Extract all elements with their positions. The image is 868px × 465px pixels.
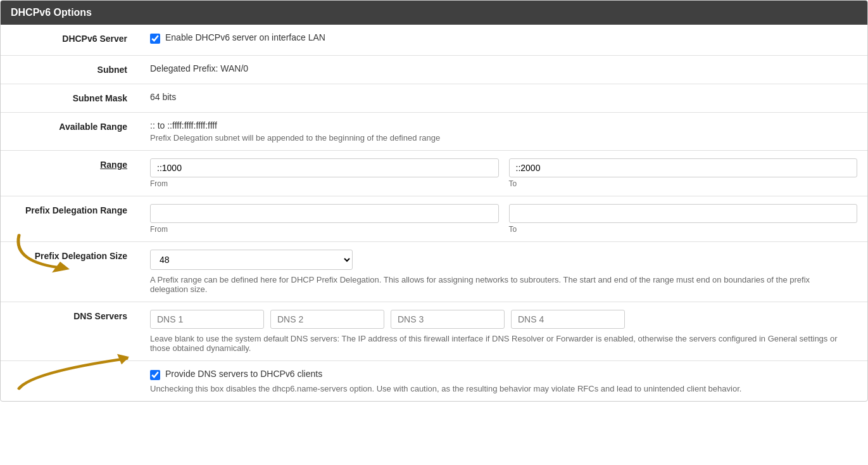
- available-range-label: Available Range: [1, 113, 140, 151]
- dhcpv6-server-label: DHCPv6 Server: [1, 25, 140, 56]
- prefix-range-from-field: From: [150, 204, 499, 234]
- dhcpv6-server-checkbox[interactable]: [150, 34, 160, 44]
- subnet-text: Delegated Prefix: WAN/0: [150, 63, 248, 73]
- available-range-text: :: to ::ffff:ffff:ffff:ffff: [150, 120, 857, 131]
- provide-dns-checkbox-label: Provide DNS servers to DHCPv6 clients: [165, 369, 322, 379]
- available-range-row: Available Range :: to ::ffff:ffff:ffff:f…: [1, 113, 867, 151]
- available-range-helper: Prefix Delegation subnet will be appende…: [150, 133, 857, 143]
- range-from-field: From: [150, 158, 499, 188]
- dhcpv6-server-row: DHCPv6 Server Enable DHCPv6 server on in…: [1, 25, 867, 56]
- provide-dns-checkbox[interactable]: [150, 370, 160, 380]
- prefix-range-from-input[interactable]: [150, 204, 499, 223]
- prefix-delegation-size-value: 48 52 56 60 64 A Prefix range can be def…: [140, 242, 867, 302]
- provide-dns-empty-label: [1, 361, 140, 402]
- dns4-input[interactable]: [511, 310, 625, 329]
- dhcpv6-server-checkbox-label: Enable DHCPv6 server on interface LAN: [165, 32, 325, 42]
- prefix-delegation-size-row: Prefix Delegation Size 48 52 56 60 64 A …: [1, 242, 867, 302]
- range-row: Range From To: [1, 151, 867, 196]
- range-container: From To: [150, 158, 857, 188]
- dhcpv6-panel: DHCPv6 Options DHCPv6 Server Enable DHCP…: [0, 0, 868, 402]
- prefix-delegation-range-value: From To: [140, 196, 867, 242]
- range-from-label: From: [150, 179, 499, 188]
- prefix-delegation-range-row: Prefix Delegation Range From To: [1, 196, 867, 242]
- page-wrapper: DHCPv6 Options DHCPv6 Server Enable DHCP…: [0, 0, 868, 402]
- dns-servers-row: DNS Servers Leave blank to use the syste…: [1, 302, 867, 361]
- prefix-range-from-label: From: [150, 225, 499, 234]
- panel-title: DHCPv6 Options: [11, 7, 92, 18]
- dns-servers-helper: Leave blank to use the system default DN…: [150, 334, 846, 353]
- dhcpv6-server-checkbox-row: Enable DHCPv6 server on interface LAN: [150, 32, 857, 44]
- range-from-input[interactable]: [150, 158, 499, 177]
- dns2-input[interactable]: [270, 310, 384, 329]
- available-range-value: :: to ::ffff:ffff:ffff:ffff Prefix Deleg…: [140, 113, 867, 151]
- prefix-range-to-field: To: [509, 204, 858, 234]
- prefix-delegation-size-select[interactable]: 48 52 56 60 64: [150, 250, 353, 270]
- dns1-input[interactable]: [150, 310, 264, 329]
- subnet-mask-text: 64 bits: [150, 92, 176, 102]
- prefix-range-container: From To: [150, 204, 857, 234]
- range-label: Range: [1, 151, 140, 196]
- prefix-range-to-input[interactable]: [509, 204, 858, 223]
- subnet-row: Subnet Delegated Prefix: WAN/0: [1, 56, 867, 84]
- provide-dns-value: Provide DNS servers to DHCPv6 clients Un…: [140, 361, 867, 402]
- provide-dns-checkbox-row: Provide DNS servers to DHCPv6 clients: [150, 369, 857, 380]
- dhcpv6-server-value: Enable DHCPv6 server on interface LAN: [140, 25, 867, 56]
- prefix-range-to-label: To: [509, 225, 858, 234]
- prefix-delegation-size-helper: A Prefix range can be defined here for D…: [150, 275, 846, 294]
- prefix-delegation-range-label: Prefix Delegation Range: [1, 196, 140, 242]
- range-to-input[interactable]: [509, 158, 858, 177]
- subnet-mask-row: Subnet Mask 64 bits: [1, 84, 867, 113]
- form-table: DHCPv6 Server Enable DHCPv6 server on in…: [1, 25, 867, 401]
- subnet-value: Delegated Prefix: WAN/0: [140, 56, 867, 84]
- dns3-input[interactable]: [391, 310, 505, 329]
- dns-container: [150, 310, 857, 329]
- provide-dns-helper: Unchecking this box disables the dhcp6.n…: [150, 384, 846, 393]
- subnet-mask-value: 64 bits: [140, 84, 867, 113]
- range-to-field: To: [509, 158, 858, 188]
- subnet-label: Subnet: [1, 56, 140, 84]
- range-value: From To: [140, 151, 867, 196]
- subnet-mask-label: Subnet Mask: [1, 84, 140, 113]
- dns-servers-value: Leave blank to use the system default DN…: [140, 302, 867, 361]
- dns-servers-label: DNS Servers: [1, 302, 140, 361]
- range-to-label: To: [509, 179, 858, 188]
- prefix-delegation-size-label: Prefix Delegation Size: [1, 242, 140, 302]
- provide-dns-row: Provide DNS servers to DHCPv6 clients Un…: [1, 361, 867, 402]
- panel-header: DHCPv6 Options: [1, 1, 867, 25]
